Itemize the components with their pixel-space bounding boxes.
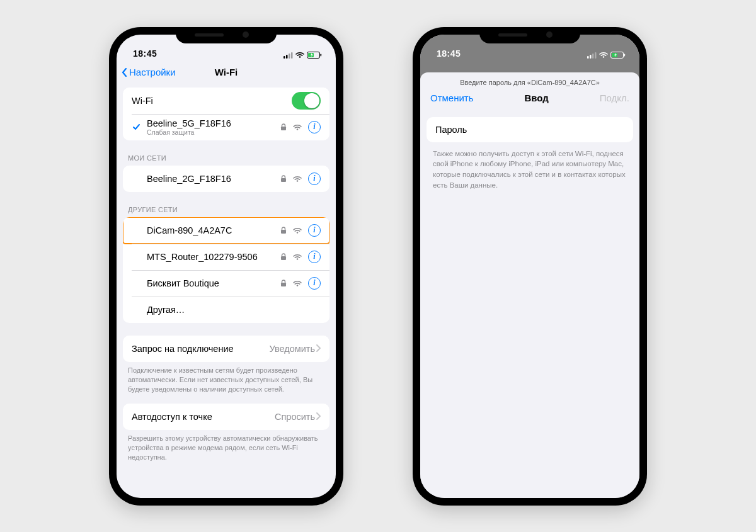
connect-button[interactable]: Подкл. [600,93,629,103]
lock-icon [280,175,287,183]
network-name: MTS_Router_102279-9506 [147,252,280,262]
password-label: Пароль [435,125,467,135]
phone-right: 18:45 Введите пароль для «DiCam-890_4A2A… [413,27,647,506]
info-icon[interactable]: i [308,224,321,237]
signal-icon [284,52,293,59]
connected-name: Beeline_5G_F18F16 [147,118,231,128]
chevron-right-icon [316,344,321,354]
network-row[interactable]: Beeline_2G_F18F16 i [123,166,329,192]
wifi-toggle-row[interactable]: Wi-Fi [123,88,329,114]
auto-value: Спросить [275,412,315,422]
wifi-status-icon [599,52,608,58]
network-row[interactable]: Бисквит Boutique i [123,270,329,297]
notch [479,27,580,43]
network-name: Бисквит Boutique [147,278,280,288]
wifi-status-icon [295,52,304,58]
other-label: Другая… [147,305,321,315]
back-label: Настройки [129,67,176,77]
nav-bar: Настройки Wi-Fi [117,60,336,85]
network-name: Beeline_2G_F18F16 [147,174,280,184]
info-icon[interactable]: i [308,173,321,185]
wifi-icon [293,124,302,130]
wifi-icon [293,227,302,234]
info-icon[interactable]: i [308,277,321,290]
check-icon [132,124,140,130]
wifi-toggle-label: Wi-Fi [132,96,292,106]
info-icon[interactable]: i [308,251,321,263]
lock-icon [280,227,287,234]
lock-icon [280,253,287,261]
network-name: DiCam-890_4A2A7C [147,225,280,235]
connected-sub: Слабая защита [147,128,231,136]
password-sheet: Введите пароль для «DiCam-890_4A2A7C» От… [420,72,639,498]
battery-icon [610,52,626,59]
connected-network-row[interactable]: Beeline_5G_F18F16 Слабая защита i [123,114,329,140]
chevron-right-icon [316,412,321,422]
ask-value: Уведомить [270,344,315,354]
other-networks-header: ДРУГИЕ СЕТИ [117,197,336,217]
info-icon[interactable]: i [308,121,321,133]
page-title: Wi-Fi [215,67,238,77]
ask-label: Запрос на подключение [132,344,270,354]
other-network-row[interactable]: Другая… [123,297,329,323]
network-row[interactable]: MTS_Router_102279-9506 i [123,244,329,270]
password-hint: Также можно получить доступ к этой сети … [420,142,639,197]
auto-hotspot-row[interactable]: Автодоступ к точке Спросить [123,404,329,430]
wifi-icon [293,280,302,286]
password-field[interactable]: Пароль [427,117,633,142]
ask-footer: Подключение к известным сетям будет прои… [117,362,336,397]
sheet-subtitle: Введите пароль для «DiCam-890_4A2A7C» [420,72,639,89]
wifi-icon [293,176,302,182]
notch [176,27,277,43]
chevron-left-icon [122,68,128,77]
my-networks-header: МОИ СЕТИ [117,145,336,166]
wifi-toggle[interactable] [292,92,321,110]
network-row-dicam[interactable]: DiCam-890_4A2A7C i [123,217,329,244]
status-time: 18:45 [133,48,157,59]
phone-left: 18:45 Настройки Wi-Fi Wi-Fi [109,27,343,506]
auto-label: Автодоступ к точке [132,412,275,422]
sheet-title: Ввод [525,93,549,103]
wifi-icon [293,254,302,260]
ask-to-join-row[interactable]: Запрос на подключение Уведомить [123,336,329,362]
lock-icon [280,123,287,131]
battery-icon [307,52,322,59]
status-time: 18:45 [437,48,461,59]
auto-footer: Разрешить этому устройству автоматически… [117,430,336,465]
back-button[interactable]: Настройки [122,67,176,77]
signal-icon [587,52,597,59]
cancel-button[interactable]: Отменить [430,93,474,103]
lock-icon [280,280,287,287]
